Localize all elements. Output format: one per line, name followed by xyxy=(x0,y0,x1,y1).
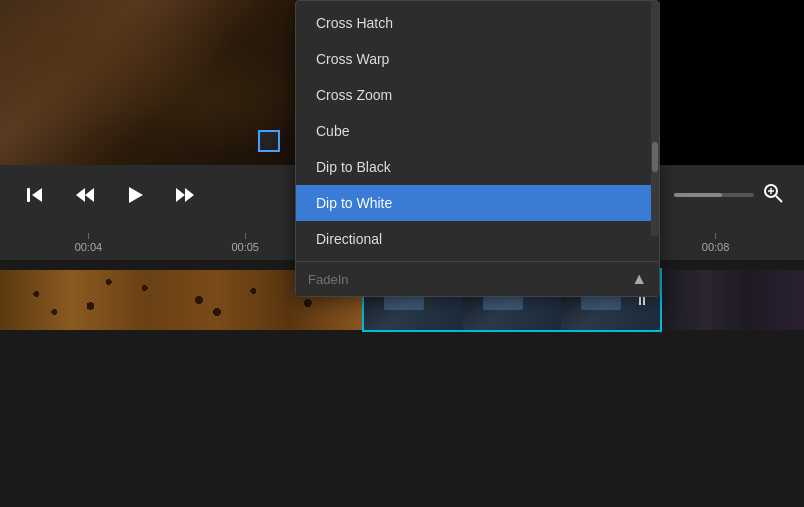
dropdown-item-dip-to-black[interactable]: Dip to Black xyxy=(296,149,659,185)
fast-forward-button[interactable] xyxy=(170,180,200,210)
selection-box xyxy=(258,130,280,152)
video-overlay xyxy=(0,0,300,165)
clip-right[interactable] xyxy=(662,270,804,330)
play-button[interactable] xyxy=(120,180,150,210)
dropdown-list: Cross Hatch Cross Warp Cross Zoom Cube D… xyxy=(296,1,659,261)
svg-rect-0 xyxy=(27,188,30,202)
zoom-slider[interactable] xyxy=(674,193,754,197)
ruler-tick-1 xyxy=(245,233,246,239)
svg-marker-2 xyxy=(76,188,85,202)
fast-forward-icon xyxy=(175,185,195,205)
svg-line-8 xyxy=(776,196,782,202)
play-icon xyxy=(125,185,145,205)
rewind-icon xyxy=(75,185,95,205)
dropdown-item-directional[interactable]: Directional xyxy=(296,221,659,257)
zoom-slider-fill xyxy=(674,193,722,197)
svg-marker-5 xyxy=(176,188,185,202)
ruler-mark-4: 00:08 xyxy=(702,233,730,253)
ruler-mark-0: 00:04 xyxy=(75,233,103,253)
dropdown-collapse-button[interactable]: ▲ xyxy=(631,270,647,288)
dropdown-footer: ▲ xyxy=(296,261,659,296)
dropdown-scrollbar-thumb xyxy=(652,142,658,172)
ruler-label-0: 00:04 xyxy=(75,241,103,253)
zoom-in-icon xyxy=(762,182,784,204)
dropdown-item-dip-to-white[interactable]: Dip to White xyxy=(296,185,659,221)
svg-marker-6 xyxy=(185,188,194,202)
rewind-button[interactable] xyxy=(70,180,100,210)
zoom-in-button[interactable] xyxy=(762,182,784,209)
svg-marker-4 xyxy=(129,187,143,203)
video-preview xyxy=(0,0,300,165)
ruler-mark-1: 00:05 xyxy=(231,233,259,253)
video-bg xyxy=(0,0,300,165)
ruler-label-1: 00:05 xyxy=(231,241,259,253)
dropdown-item-cross-zoom[interactable]: Cross Zoom xyxy=(296,77,659,113)
zoom-slider-area xyxy=(674,182,784,209)
svg-marker-1 xyxy=(32,188,42,202)
ruler-tick-4 xyxy=(715,233,716,239)
dropdown-search-input[interactable] xyxy=(308,272,631,287)
ruler-label-4: 00:08 xyxy=(702,241,730,253)
timeline-track-area: ⏸ xyxy=(0,260,804,507)
dropdown-item-cross-hatch[interactable]: Cross Hatch xyxy=(296,5,659,41)
transition-dropdown: Cross Hatch Cross Warp Cross Zoom Cube D… xyxy=(295,0,660,297)
svg-marker-3 xyxy=(85,188,94,202)
dropdown-item-cross-warp[interactable]: Cross Warp xyxy=(296,41,659,77)
dropdown-item-cube[interactable]: Cube xyxy=(296,113,659,149)
dropdown-scrollbar[interactable] xyxy=(651,1,659,236)
skip-back-button[interactable] xyxy=(20,180,50,210)
skip-back-icon xyxy=(25,185,45,205)
ruler-tick-0 xyxy=(88,233,89,239)
